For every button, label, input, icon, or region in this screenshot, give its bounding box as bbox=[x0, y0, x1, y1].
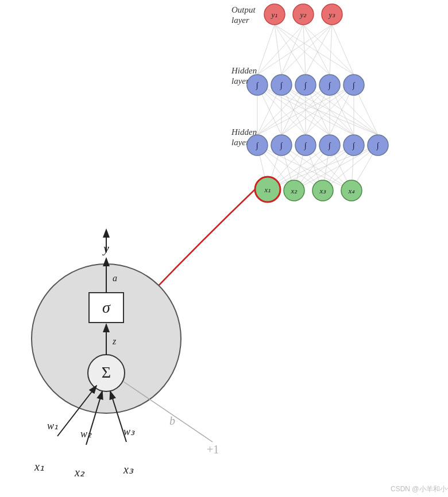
bias-arrow bbox=[123, 382, 213, 442]
summation-symbol: Σ bbox=[102, 363, 111, 381]
svg-text:y₂: y₂ bbox=[299, 10, 307, 19]
svg-text:x₄: x₄ bbox=[348, 187, 356, 195]
w3-label: w₃ bbox=[123, 426, 135, 437]
hidden-layer1-label: Hidden bbox=[231, 66, 257, 75]
watermark-text: CSDN @小羊和小何 bbox=[391, 485, 448, 493]
svg-line-71 bbox=[332, 25, 354, 75]
svg-text:x₁: x₁ bbox=[264, 185, 271, 194]
svg-line-54 bbox=[306, 85, 378, 135]
svg-line-61 bbox=[281, 25, 303, 75]
hidden1-output-connections bbox=[257, 25, 354, 75]
x1-input-label: x₁ bbox=[34, 460, 44, 473]
svg-text:x₂: x₂ bbox=[291, 187, 298, 195]
w2-label: w₂ bbox=[80, 428, 92, 440]
w1-label: w₁ bbox=[47, 420, 58, 432]
b-label: b bbox=[169, 414, 175, 427]
svg-text:y₃: y₃ bbox=[328, 10, 336, 19]
svg-line-70 bbox=[303, 25, 354, 75]
svg-line-68 bbox=[330, 25, 332, 75]
output-layer-label: Output bbox=[231, 5, 256, 14]
svg-line-65 bbox=[306, 25, 332, 75]
svg-line-66 bbox=[275, 25, 330, 75]
svg-text:layer: layer bbox=[231, 15, 249, 25]
svg-line-59 bbox=[257, 25, 332, 75]
svg-line-63 bbox=[275, 25, 306, 75]
svg-line-64 bbox=[303, 25, 306, 75]
a-label: a bbox=[113, 273, 117, 283]
svg-line-69 bbox=[275, 25, 354, 75]
svg-text:x₃: x₃ bbox=[319, 187, 327, 195]
main-svg: Output layer Hidden layer Hidden layer bbox=[0, 0, 448, 497]
plus1-label: +1 bbox=[207, 443, 219, 456]
hidden-layer2-label: Hidden bbox=[231, 127, 257, 137]
x3-input-label: x₃ bbox=[123, 463, 134, 476]
activation-symbol: σ bbox=[102, 298, 111, 316]
diagram-container: Output layer Hidden layer Hidden layer bbox=[0, 0, 448, 497]
svg-line-62 bbox=[281, 25, 332, 75]
svg-text:y₁: y₁ bbox=[271, 10, 278, 19]
x2-input-label: x₂ bbox=[74, 466, 85, 479]
svg-line-57 bbox=[257, 25, 275, 75]
z-label: z bbox=[112, 336, 117, 346]
svg-line-67 bbox=[303, 25, 330, 75]
